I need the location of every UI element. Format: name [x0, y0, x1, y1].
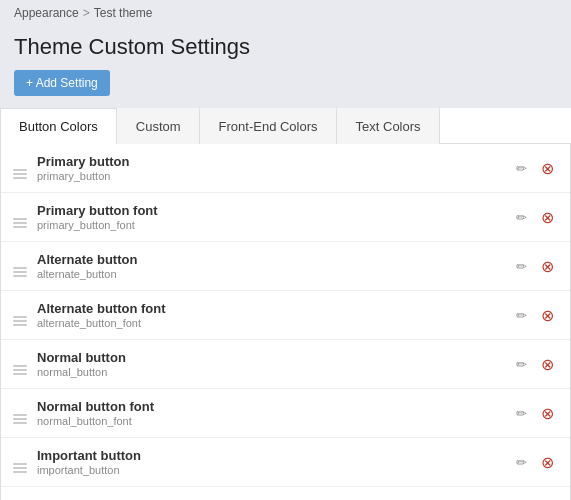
delete-button[interactable]: ⊗	[536, 157, 558, 179]
setting-name: Primary button font	[37, 203, 500, 218]
edit-button[interactable]	[510, 353, 532, 375]
breadcrumb-bar: Appearance > Test theme	[0, 0, 571, 26]
breadcrumb-separator: >	[83, 6, 90, 20]
setting-key: important_button	[37, 464, 500, 476]
setting-row: Primary button font primary_button_font …	[1, 193, 570, 242]
setting-row: Alternate button font alternate_button_f…	[1, 291, 570, 340]
pencil-icon	[516, 258, 527, 274]
setting-info: Normal button font normal_button_font	[37, 399, 500, 427]
drag-handle-icon[interactable]	[13, 158, 27, 179]
setting-info: Primary button font primary_button_font	[37, 203, 500, 231]
setting-info: Alternate button alternate_button	[37, 252, 500, 280]
setting-row: Important button font important_button_f…	[1, 487, 570, 500]
pencil-icon	[516, 160, 527, 176]
setting-key: primary_button	[37, 170, 500, 182]
setting-row: Important button important_button ⊗	[1, 438, 570, 487]
x-circle-icon: ⊗	[541, 453, 554, 472]
setting-actions: ⊗	[510, 402, 558, 424]
tab-custom[interactable]: Custom	[117, 108, 200, 144]
page-title: Theme Custom Settings	[14, 34, 557, 60]
setting-key: alternate_button_font	[37, 317, 500, 329]
setting-info: Normal button normal_button	[37, 350, 500, 378]
setting-actions: ⊗	[510, 304, 558, 326]
drag-handle-icon[interactable]	[13, 354, 27, 375]
edit-button[interactable]	[510, 157, 532, 179]
setting-name: Normal button font	[37, 399, 500, 414]
setting-name: Primary button	[37, 154, 500, 169]
x-circle-icon: ⊗	[541, 355, 554, 374]
setting-row: Normal button font normal_button_font ⊗	[1, 389, 570, 438]
pencil-icon	[516, 356, 527, 372]
edit-button[interactable]	[510, 206, 532, 228]
setting-key: normal_button_font	[37, 415, 500, 427]
setting-name: Alternate button	[37, 252, 500, 267]
setting-row: Alternate button alternate_button ⊗	[1, 242, 570, 291]
edit-button[interactable]	[510, 255, 532, 277]
setting-actions: ⊗	[510, 206, 558, 228]
page-header: Theme Custom Settings + Add Setting	[0, 26, 571, 108]
setting-actions: ⊗	[510, 353, 558, 375]
setting-info: Primary button primary_button	[37, 154, 500, 182]
drag-handle-icon[interactable]	[13, 305, 27, 326]
setting-row: Primary button primary_button ⊗	[1, 144, 570, 193]
setting-key: alternate_button	[37, 268, 500, 280]
pencil-icon	[516, 209, 527, 225]
setting-actions: ⊗	[510, 451, 558, 473]
drag-handle-icon[interactable]	[13, 403, 27, 424]
x-circle-icon: ⊗	[541, 306, 554, 325]
x-circle-icon: ⊗	[541, 208, 554, 227]
setting-name: Important button	[37, 448, 500, 463]
delete-button[interactable]: ⊗	[536, 304, 558, 326]
setting-actions: ⊗	[510, 255, 558, 277]
settings-list: Primary button primary_button ⊗ Primary …	[0, 144, 571, 500]
delete-button[interactable]: ⊗	[536, 255, 558, 277]
setting-actions: ⊗	[510, 157, 558, 179]
delete-button[interactable]: ⊗	[536, 353, 558, 375]
add-setting-button[interactable]: + Add Setting	[14, 70, 110, 96]
pencil-icon	[516, 405, 527, 421]
tab-front-end-colors[interactable]: Front-End Colors	[200, 108, 337, 144]
pencil-icon	[516, 307, 527, 323]
x-circle-icon: ⊗	[541, 404, 554, 423]
setting-info: Important button important_button	[37, 448, 500, 476]
delete-button[interactable]: ⊗	[536, 402, 558, 424]
drag-handle-icon[interactable]	[13, 207, 27, 228]
delete-button[interactable]: ⊗	[536, 206, 558, 228]
tabs-container: Button ColorsCustomFront-End ColorsText …	[0, 108, 571, 144]
breadcrumb-parent[interactable]: Appearance	[14, 6, 79, 20]
setting-name: Normal button	[37, 350, 500, 365]
edit-button[interactable]	[510, 451, 532, 473]
tab-text-colors[interactable]: Text Colors	[337, 108, 440, 144]
x-circle-icon: ⊗	[541, 257, 554, 276]
tab-button-colors[interactable]: Button Colors	[0, 108, 117, 144]
delete-button[interactable]: ⊗	[536, 451, 558, 473]
drag-handle-icon[interactable]	[13, 452, 27, 473]
setting-info: Alternate button font alternate_button_f…	[37, 301, 500, 329]
breadcrumb-current: Test theme	[94, 6, 153, 20]
setting-key: normal_button	[37, 366, 500, 378]
setting-key: primary_button_font	[37, 219, 500, 231]
edit-button[interactable]	[510, 402, 532, 424]
edit-button[interactable]	[510, 304, 532, 326]
x-circle-icon: ⊗	[541, 159, 554, 178]
pencil-icon	[516, 454, 527, 470]
setting-row: Normal button normal_button ⊗	[1, 340, 570, 389]
drag-handle-icon[interactable]	[13, 256, 27, 277]
setting-name: Alternate button font	[37, 301, 500, 316]
